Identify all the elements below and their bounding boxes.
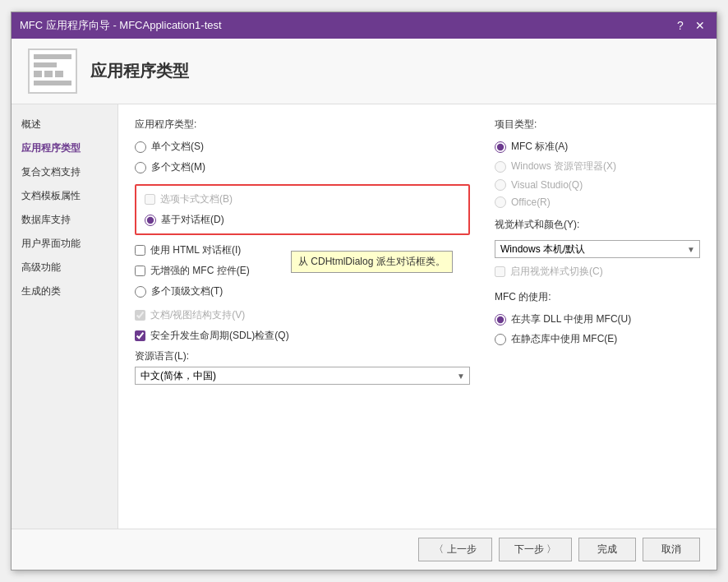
radio-mfc-std-input[interactable] — [495, 141, 506, 153]
icon-line-3 — [34, 81, 71, 85]
tooltip-text: 从 CDHtmlDialog 派生对话框类。 — [298, 256, 445, 267]
checkbox-tabbed-input[interactable] — [145, 194, 155, 205]
icon-sq-2 — [44, 71, 53, 77]
main-content: 概述 应用程序类型 复合文档支持 文档模板属性 数据库支持 用户界面功能 高级功… — [12, 104, 716, 529]
content-area: 应用程序类型: 单个文档(S) 多个文档(M) — [118, 104, 716, 529]
radio-vs-label: Visual Studio(Q) — [511, 179, 583, 191]
radio-win-explorer-input[interactable] — [495, 161, 506, 173]
sidebar: 概述 应用程序类型 复合文档支持 文档模板属性 数据库支持 用户界面功能 高级功… — [12, 104, 118, 529]
radio-multi-doc-input[interactable] — [135, 162, 146, 173]
sidebar-item-apptype[interactable]: 应用程序类型 — [12, 136, 117, 160]
finish-button[interactable]: 完成 — [578, 538, 636, 561]
checkbox-tabbed-item: 选项卡式文档(B) — [145, 192, 460, 206]
radio-dialog-input[interactable] — [145, 215, 156, 226]
radio-win-explorer[interactable]: Windows 资源管理器(X) — [495, 159, 700, 173]
checkbox-noboost-label: 无增强的 MFC 控件(E) — [150, 264, 250, 278]
radio-vs-input[interactable] — [495, 179, 506, 191]
tooltip: 从 CDHtmlDialog 派生对话框类。 — [291, 251, 453, 273]
mfc-usage-section: MFC 的使用: 在共享 DLL 中使用 MFC(U) 在静态库中使用 MFC(… — [495, 290, 700, 346]
radio-multiple-top-input[interactable] — [135, 286, 146, 298]
checkbox-tabbed-label: 选项卡式文档(B) — [160, 192, 233, 206]
radio-office[interactable]: Office(R) — [495, 196, 700, 208]
checkbox-visual-switch-label: 启用视觉样式切换(C) — [510, 265, 603, 279]
help-button[interactable]: ? — [672, 17, 689, 34]
footer: 〈 上一步 下一步 〉 完成 取消 — [12, 529, 716, 570]
radio-static-lib-input[interactable] — [495, 334, 506, 345]
checkbox-sdl-item: 安全升发生命周期(SDL)检查(Q) — [135, 329, 470, 343]
icon-sq-1 — [34, 71, 42, 77]
right-column: 项目类型: MFC 标准(A) Windows 资源管理器(X) Vis — [495, 118, 700, 385]
visual-style-dropdown-wrapper: Windows 本机/默认 ▼ — [495, 240, 700, 258]
section-title: 应用程序类型 — [90, 60, 189, 82]
radio-multiple-top[interactable]: 多个顶级文档(T) — [135, 284, 470, 298]
checkbox-sdl-input[interactable] — [135, 330, 145, 341]
icon-line-1 — [34, 54, 71, 59]
radio-single-doc[interactable]: 单个文档(S) — [135, 140, 470, 154]
resource-lang-select[interactable]: 中文(简体，中国) — [135, 367, 470, 385]
checkbox-sdl-label: 安全升发生命周期(SDL)检查(Q) — [150, 329, 289, 343]
mfc-usage-radio-group: 在共享 DLL 中使用 MFC(U) 在静态库中使用 MFC(E) — [495, 312, 700, 346]
checkbox-docview-label: 文档/视图结构支持(V) — [150, 308, 245, 322]
checkbox-html-label: 使用 HTML 对话框(I) — [150, 243, 241, 257]
close-button[interactable]: ✕ — [692, 17, 708, 34]
checkbox-visual-switch-item: 启用视觉样式切换(C) — [495, 265, 700, 279]
radio-win-explorer-label: Windows 资源管理器(X) — [511, 159, 616, 173]
radio-multi-doc-label: 多个文档(M) — [151, 160, 205, 174]
icon-sq-3 — [55, 71, 63, 77]
project-type-radio-group: MFC 标准(A) Windows 资源管理器(X) Visual Studio… — [495, 140, 700, 208]
sidebar-item-database[interactable]: 数据库支持 — [12, 208, 117, 232]
radio-static-lib[interactable]: 在静态库中使用 MFC(E) — [495, 332, 700, 346]
resource-lang-label: 资源语言(L): — [135, 349, 470, 363]
radio-mfc-std[interactable]: MFC 标准(A) — [495, 140, 700, 154]
mfc-usage-label: MFC 的使用: — [495, 290, 700, 304]
sidebar-item-doctemplate[interactable]: 文档模板属性 — [12, 184, 117, 208]
radio-multiple-top-label: 多个顶级文档(T) — [151, 284, 223, 298]
highlight-box: 选项卡式文档(B) 基于对话框(D) — [135, 184, 470, 235]
radio-dialog-label: 基于对话框(D) — [161, 213, 224, 227]
project-type-label: 项目类型: — [495, 118, 700, 132]
radio-office-input[interactable] — [495, 196, 506, 208]
main-window: MFC 应用程序向导 - MFCApplication1-test ? ✕ 应用… — [11, 12, 717, 570]
icon-row-1 — [34, 71, 71, 77]
radio-office-label: Office(R) — [511, 196, 551, 208]
sidebar-item-ui[interactable]: 用户界面功能 — [12, 232, 117, 256]
app-type-label: 应用程序类型: — [135, 118, 470, 132]
wizard-icon — [28, 48, 77, 94]
resource-lang-dropdown-wrapper: 中文(简体，中国) ▼ — [135, 367, 470, 385]
radio-mfc-std-label: MFC 标准(A) — [511, 140, 568, 154]
back-button[interactable]: 〈 上一步 — [418, 538, 491, 561]
sidebar-item-generated[interactable]: 生成的类 — [12, 279, 117, 303]
radio-single-doc-label: 单个文档(S) — [151, 140, 204, 154]
radio-shared-dll-input[interactable] — [495, 314, 506, 326]
window-title: MFC 应用程序向导 - MFCApplication1-test — [20, 18, 672, 33]
radio-multi-doc[interactable]: 多个文档(M) — [135, 160, 470, 174]
checkbox-docview-item: 文档/视图结构支持(V) — [135, 308, 470, 322]
radio-static-lib-label: 在静态库中使用 MFC(E) — [511, 332, 617, 346]
radio-shared-dll[interactable]: 在共享 DLL 中使用 MFC(U) — [495, 312, 700, 326]
radio-single-doc-input[interactable] — [135, 141, 146, 153]
radio-shared-dll-label: 在共享 DLL 中使用 MFC(U) — [511, 312, 631, 326]
radio-dialog[interactable]: 基于对话框(D) — [145, 213, 460, 227]
next-button[interactable]: 下一步 〉 — [499, 538, 572, 561]
checkbox-noboost-input[interactable] — [135, 266, 145, 276]
radio-vs[interactable]: Visual Studio(Q) — [495, 179, 700, 191]
checkbox-html-input[interactable] — [135, 245, 145, 256]
visual-style-select[interactable]: Windows 本机/默认 — [495, 240, 700, 258]
sidebar-item-compound[interactable]: 复合文档支持 — [12, 160, 117, 184]
sidebar-item-advanced[interactable]: 高级功能 — [12, 256, 117, 279]
visual-style-section: 视觉样式和颜色(Y): Windows 本机/默认 ▼ — [495, 218, 700, 258]
header-area: 应用程序类型 — [12, 39, 716, 104]
icon-line-2 — [34, 62, 57, 67]
titlebar-buttons: ? ✕ — [672, 17, 708, 34]
visual-style-label: 视觉样式和颜色(Y): — [495, 218, 700, 232]
sidebar-item-overview[interactable]: 概述 — [12, 113, 117, 136]
cancel-button[interactable]: 取消 — [643, 538, 700, 561]
multiple-top-group: 多个顶级文档(T) — [135, 284, 470, 298]
app-type-radio-group: 单个文档(S) 多个文档(M) — [135, 140, 470, 174]
titlebar: MFC 应用程序向导 - MFCApplication1-test ? ✕ — [12, 12, 716, 39]
checkbox-visual-switch-input[interactable] — [495, 266, 505, 277]
resource-section: 资源语言(L): 中文(简体，中国) ▼ — [135, 349, 470, 385]
checkbox-docview-input[interactable] — [135, 310, 145, 321]
